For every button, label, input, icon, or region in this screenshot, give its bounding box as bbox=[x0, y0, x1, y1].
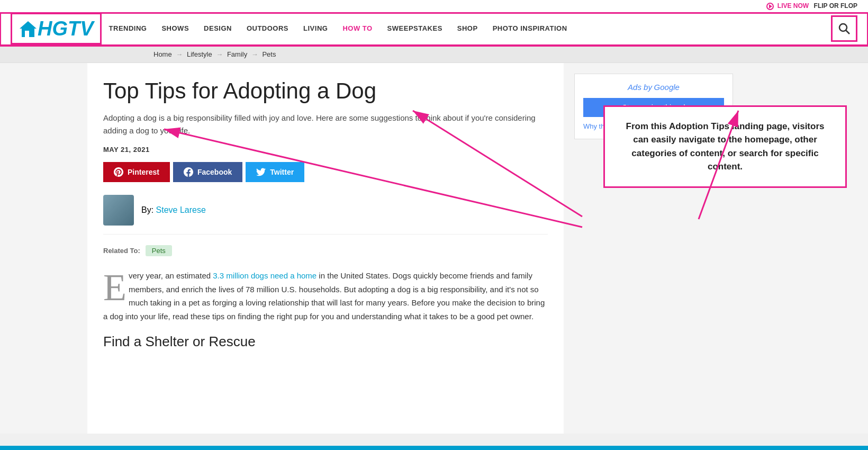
nav-living[interactable]: LIVING bbox=[296, 13, 335, 44]
article-date: May 21, 2021 bbox=[103, 146, 548, 154]
nav-howto[interactable]: HOW TO bbox=[335, 13, 379, 44]
nav-outdoors[interactable]: OUTDOORS bbox=[239, 13, 296, 44]
body-link[interactable]: 3.3 million dogs need a home bbox=[213, 271, 317, 280]
site-header: HGTV TRENDING SHOWS DESIGN OUTDOORS LIVI… bbox=[0, 13, 868, 46]
related-label: Related To: bbox=[103, 247, 140, 255]
related-section: Related To: Pets bbox=[103, 245, 548, 256]
bottom-teal-bar bbox=[0, 446, 868, 450]
author-info: By: Steve Larese bbox=[141, 205, 206, 215]
pinterest-icon bbox=[114, 167, 123, 177]
nav-sweepstakes[interactable]: SWEEPSTAKES bbox=[380, 13, 450, 44]
author-avatar-image bbox=[103, 195, 134, 226]
article-body-intro: E very year, an estimated 3.3 million do… bbox=[103, 269, 548, 323]
svg-rect-1 bbox=[25, 31, 29, 37]
live-icon bbox=[766, 3, 774, 10]
nav-shop[interactable]: SHOP bbox=[450, 13, 485, 44]
related-tag-pets[interactable]: Pets bbox=[146, 245, 172, 256]
facebook-label: Facebook bbox=[197, 168, 232, 176]
nav-design[interactable]: DESIGN bbox=[196, 13, 239, 44]
article-title: Top Tips for Adopting a Dog bbox=[103, 79, 548, 103]
nav-trending[interactable]: TRENDING bbox=[102, 13, 155, 44]
svg-point-2 bbox=[839, 24, 847, 31]
breadcrumb-home[interactable]: Home bbox=[153, 50, 172, 58]
live-now-label: LIVE NOW bbox=[777, 2, 809, 10]
breadcrumb-sep2: → bbox=[216, 50, 225, 58]
ads-by-text: Ads by bbox=[628, 83, 652, 92]
section-heading-shelter: Find a Shelter or Rescue bbox=[103, 334, 548, 350]
live-bar: LIVE NOW FLIP OR FLOP bbox=[0, 0, 868, 13]
show-title: FLIP OR FLOP bbox=[814, 2, 857, 10]
logo-container[interactable]: HGTV bbox=[11, 13, 102, 44]
author-section: By: Steve Larese bbox=[103, 195, 548, 235]
search-icon bbox=[838, 23, 850, 34]
search-button[interactable] bbox=[831, 15, 857, 42]
twitter-label: Twitter bbox=[270, 168, 294, 176]
facebook-icon bbox=[184, 167, 193, 177]
pinterest-label: Pinterest bbox=[128, 168, 159, 176]
twitter-icon bbox=[256, 167, 266, 177]
author-name-link[interactable]: Steve Larese bbox=[156, 205, 206, 214]
svg-line-3 bbox=[846, 30, 850, 34]
drop-cap: E bbox=[103, 269, 126, 302]
google-text: Google bbox=[654, 83, 680, 92]
twitter-share-button[interactable]: Twitter bbox=[246, 162, 304, 182]
article-excerpt: Adopting a dog is a big responsibility f… bbox=[103, 112, 548, 137]
annotation-text: From this Adoption Tips landing page, vi… bbox=[620, 120, 830, 174]
pinterest-share-button[interactable]: Pinterest bbox=[103, 162, 170, 182]
author-by-label: By: bbox=[141, 205, 153, 214]
nav-photo[interactable]: PHOTO INSPIRATION bbox=[485, 13, 575, 44]
main-nav: TRENDING SHOWS DESIGN OUTDOORS LIVING HO… bbox=[102, 13, 831, 44]
annotation-box: From this Adoption Tips landing page, vi… bbox=[603, 105, 847, 188]
breadcrumb-sep3: → bbox=[251, 50, 260, 58]
author-avatar bbox=[103, 195, 134, 226]
breadcrumb-pets[interactable]: Pets bbox=[262, 50, 276, 58]
breadcrumb-sep1: → bbox=[176, 50, 185, 58]
body-text-before: very year, an estimated bbox=[129, 271, 213, 280]
ads-by-google: Ads by Google bbox=[583, 83, 724, 92]
article-content: Top Tips for Adopting a Dog Adopting a d… bbox=[87, 63, 564, 434]
breadcrumb: Home → Lifestyle → Family → Pets bbox=[0, 46, 868, 63]
breadcrumb-lifestyle[interactable]: Lifestyle bbox=[187, 50, 212, 58]
logo-text: HGTV bbox=[38, 19, 94, 39]
nav-shows[interactable]: SHOWS bbox=[154, 13, 196, 44]
facebook-share-button[interactable]: Facebook bbox=[173, 162, 242, 182]
breadcrumb-family[interactable]: Family bbox=[227, 50, 247, 58]
hgtv-house-icon bbox=[19, 19, 38, 38]
social-share-bar: Pinterest Facebook Twitter bbox=[103, 162, 548, 182]
